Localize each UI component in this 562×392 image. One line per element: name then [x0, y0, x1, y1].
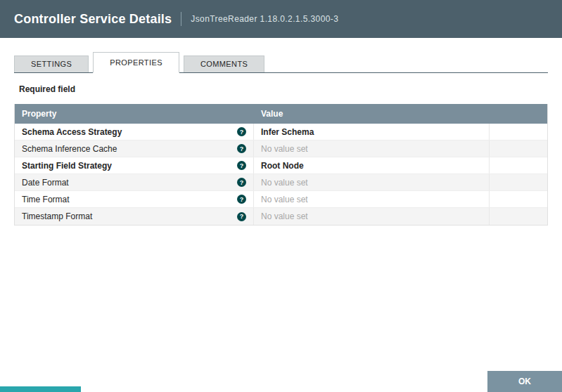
value-cell[interactable]: Root Node — [254, 157, 490, 174]
column-header-extra — [490, 104, 547, 124]
tab-settings[interactable]: SETTINGS — [14, 55, 89, 72]
table-row[interactable]: Time Format ? No value set — [15, 191, 547, 208]
property-cell: Timestamp Format ? — [15, 208, 254, 225]
property-cell: Schema Access Strategy ? — [15, 124, 254, 140]
table-row[interactable]: Timestamp Format ? No value set — [15, 208, 547, 225]
property-name: Date Format — [22, 178, 69, 188]
extra-cell — [490, 157, 547, 174]
value-cell[interactable]: No value set — [254, 191, 490, 207]
column-header-property: Property — [15, 104, 254, 124]
table-row[interactable]: Starting Field Strategy ? Root Node — [15, 157, 547, 174]
column-header-value: Value — [254, 104, 490, 124]
question-circle-icon[interactable]: ? — [237, 195, 246, 204]
header-divider — [181, 12, 181, 26]
controller-service-details-dialog: { "header": { "title": "Controller Servi… — [0, 0, 562, 392]
property-cell: Date Format ? — [15, 174, 254, 190]
dialog-header: Controller Service Details JsonTreeReade… — [0, 0, 562, 38]
property-name: Time Format — [22, 195, 70, 204]
table-header-row: Property Value — [15, 104, 547, 124]
extra-cell — [490, 141, 547, 157]
property-name: Schema Access Strategy — [22, 127, 122, 137]
properties-table: Property Value Schema Access Strategy ? … — [14, 104, 548, 226]
property-cell: Time Format ? — [15, 191, 254, 207]
value-cell[interactable]: Infer Schema — [254, 124, 490, 140]
property-value: Root Node — [261, 161, 304, 171]
property-value: No value set — [261, 144, 308, 154]
column-header-property-label: Property — [22, 109, 56, 119]
property-value: No value set — [261, 195, 308, 204]
extra-cell — [490, 124, 547, 140]
extra-cell — [490, 208, 547, 225]
table-body: Schema Access Strategy ? Infer Schema Sc… — [15, 124, 547, 225]
question-circle-icon[interactable]: ? — [237, 161, 246, 170]
property-name: Timestamp Format — [22, 211, 92, 221]
extra-cell — [490, 174, 547, 190]
value-cell[interactable]: No value set — [254, 141, 490, 157]
question-circle-icon[interactable]: ? — [237, 212, 246, 221]
property-value: No value set — [261, 211, 308, 221]
tab-properties[interactable]: PROPERTIES — [93, 52, 179, 73]
property-cell: Schema Inference Cache ? — [15, 141, 254, 157]
property-name: Schema Inference Cache — [22, 144, 117, 154]
property-cell: Starting Field Strategy ? — [15, 157, 254, 174]
question-circle-icon[interactable]: ? — [237, 127, 246, 136]
question-circle-icon[interactable]: ? — [237, 144, 246, 153]
required-field-note: Required field — [19, 84, 543, 94]
extra-cell — [490, 191, 547, 207]
value-cell[interactable]: No value set — [254, 208, 490, 225]
bottom-left-accent — [0, 386, 81, 392]
table-row[interactable]: Schema Access Strategy ? Infer Schema — [15, 124, 547, 141]
property-name: Starting Field Strategy — [22, 161, 112, 171]
property-value: Infer Schema — [261, 127, 314, 137]
dialog-title: Controller Service Details — [14, 12, 172, 27]
tab-comments[interactable]: COMMENTS — [184, 55, 264, 72]
property-value: No value set — [261, 178, 308, 188]
ok-button[interactable]: OK — [487, 371, 562, 392]
value-cell[interactable]: No value set — [254, 174, 490, 190]
dialog-subtitle: JsonTreeReader 1.18.0.2.1.5.3000-3 — [191, 14, 338, 24]
tab-bar: SETTINGSPROPERTIESCOMMENTS — [14, 53, 548, 73]
table-row[interactable]: Schema Inference Cache ? No value set — [15, 141, 547, 157]
question-circle-icon[interactable]: ? — [237, 178, 246, 187]
table-row[interactable]: Date Format ? No value set — [15, 174, 547, 191]
column-header-value-label: Value — [261, 109, 283, 119]
